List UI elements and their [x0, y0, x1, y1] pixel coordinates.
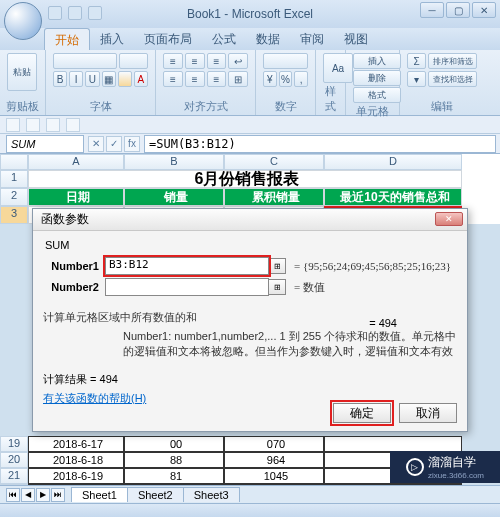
- sheet-tab-1[interactable]: Sheet1: [71, 487, 128, 502]
- cell[interactable]: 2018-6-17: [28, 436, 124, 452]
- wrap-text[interactable]: ↩: [228, 53, 248, 69]
- arg2-ref-icon[interactable]: ⊞: [268, 279, 286, 295]
- align-left[interactable]: ≡: [163, 71, 183, 87]
- tb-icon[interactable]: [46, 118, 60, 132]
- font-color-button[interactable]: A: [134, 71, 148, 87]
- group-editing: 编辑: [406, 99, 478, 115]
- sheet-nav-next-icon[interactable]: ▶: [36, 488, 50, 502]
- close-button[interactable]: ✕: [472, 2, 496, 18]
- tab-insert[interactable]: 插入: [90, 28, 134, 50]
- row-header[interactable]: 19: [0, 436, 28, 452]
- align-right[interactable]: ≡: [207, 71, 227, 87]
- tab-home[interactable]: 开始: [44, 28, 90, 50]
- row-header[interactable]: 21: [0, 468, 28, 484]
- font-size-dd[interactable]: [119, 53, 148, 69]
- ok-button[interactable]: 确定: [333, 403, 391, 423]
- border-button[interactable]: ▦: [102, 71, 116, 87]
- cell-delete[interactable]: 删除: [353, 70, 401, 86]
- arg2-label: Number2: [43, 281, 105, 293]
- header-date[interactable]: 日期: [28, 188, 124, 206]
- underline-button[interactable]: U: [85, 71, 99, 87]
- number-format[interactable]: [263, 53, 308, 69]
- align-center[interactable]: ≡: [185, 71, 205, 87]
- header-sales[interactable]: 销量: [124, 188, 224, 206]
- minimize-button[interactable]: ─: [420, 2, 444, 18]
- cell[interactable]: 81: [124, 468, 224, 484]
- select-all-corner[interactable]: [0, 154, 28, 170]
- header-sum10[interactable]: 最近10天的销售总和: [324, 188, 462, 206]
- percent-button[interactable]: %: [279, 71, 293, 87]
- sheet-nav-first-icon[interactable]: ⏮: [6, 488, 20, 502]
- cell[interactable]: 070: [224, 436, 324, 452]
- function-args-dialog: 函数参数 ✕ SUM Number1 B3:B12 ⊞ = {95;56;24;…: [32, 208, 468, 432]
- office-button[interactable]: [4, 2, 42, 40]
- fx-icon[interactable]: fx: [124, 136, 140, 152]
- font-family-dd[interactable]: [53, 53, 117, 69]
- name-box[interactable]: SUM: [6, 135, 84, 153]
- arg1-ref-icon[interactable]: ⊞: [268, 258, 286, 274]
- help-link[interactable]: 有关该函数的帮助(H): [43, 391, 146, 406]
- qat-save-icon[interactable]: [48, 6, 62, 20]
- cell[interactable]: 00: [124, 436, 224, 452]
- tab-view[interactable]: 视图: [334, 28, 378, 50]
- comma-button[interactable]: ,: [294, 71, 308, 87]
- sheet-tab-2[interactable]: Sheet2: [127, 487, 184, 502]
- group-styles: 样式: [322, 84, 339, 115]
- title-cell[interactable]: 6月份销售报表: [28, 170, 462, 188]
- dialog-titlebar[interactable]: 函数参数 ✕: [33, 209, 467, 231]
- watermark-brand: 溜溜自学: [428, 455, 476, 469]
- merge-button[interactable]: ⊞: [228, 71, 248, 87]
- sort-button[interactable]: 排序和筛选: [428, 53, 477, 69]
- align-bot[interactable]: ≡: [207, 53, 227, 69]
- enter-fx-icon[interactable]: ✓: [106, 136, 122, 152]
- tab-data[interactable]: 数据: [246, 28, 290, 50]
- autosum-button[interactable]: Σ: [407, 53, 426, 69]
- cell[interactable]: 1045: [224, 468, 324, 484]
- tab-review[interactable]: 审阅: [290, 28, 334, 50]
- cell-format[interactable]: 格式: [353, 87, 401, 103]
- cancel-fx-icon[interactable]: ✕: [88, 136, 104, 152]
- group-font: 字体: [52, 99, 149, 115]
- maximize-button[interactable]: ▢: [446, 2, 470, 18]
- formula-input[interactable]: =SUM(B3:B12): [144, 135, 496, 153]
- align-mid[interactable]: ≡: [185, 53, 205, 69]
- tab-formulas[interactable]: 公式: [202, 28, 246, 50]
- bold-button[interactable]: B: [53, 71, 67, 87]
- col-header-A[interactable]: A: [28, 154, 124, 170]
- tb-icon[interactable]: [26, 118, 40, 132]
- cell[interactable]: 2018-6-19: [28, 468, 124, 484]
- tb-icon[interactable]: [6, 118, 20, 132]
- row-header[interactable]: 1: [0, 170, 28, 188]
- qat-undo-icon[interactable]: [68, 6, 82, 20]
- fill-button[interactable]: ▾: [407, 71, 426, 87]
- cell-insert[interactable]: 插入: [353, 53, 401, 69]
- app-title: Book1 - Microsoft Excel: [187, 7, 313, 21]
- group-clipboard: 剪贴板: [6, 99, 39, 115]
- dialog-close-icon[interactable]: ✕: [435, 212, 463, 226]
- col-header-D[interactable]: D: [324, 154, 462, 170]
- cell[interactable]: [324, 436, 462, 452]
- sheet-nav-last-icon[interactable]: ⏭: [51, 488, 65, 502]
- currency-button[interactable]: ¥: [263, 71, 277, 87]
- cancel-button[interactable]: 取消: [399, 403, 457, 423]
- cell[interactable]: 964: [224, 452, 324, 468]
- find-button[interactable]: 查找和选择: [428, 71, 477, 87]
- qat-redo-icon[interactable]: [88, 6, 102, 20]
- row-header-selected[interactable]: 3: [0, 206, 28, 224]
- ribbon: 粘贴 剪贴板 BIU▦A 字体 ≡≡≡↩ ≡≡≡⊞ 对齐方式 ¥%, 数字 Aa…: [0, 50, 500, 116]
- tb-icon[interactable]: [66, 118, 80, 132]
- arg2-input[interactable]: [105, 278, 269, 296]
- row-header[interactable]: 20: [0, 452, 28, 468]
- header-cumsales[interactable]: 累积销量: [224, 188, 324, 206]
- cell[interactable]: 88: [124, 452, 224, 468]
- tab-layout[interactable]: 页面布局: [134, 28, 202, 50]
- cell[interactable]: 2018-6-18: [28, 452, 124, 468]
- row-header[interactable]: 2: [0, 188, 28, 206]
- sheet-tab-3[interactable]: Sheet3: [183, 487, 240, 502]
- paste-button[interactable]: 粘贴: [7, 53, 37, 91]
- sheet-nav-prev-icon[interactable]: ◀: [21, 488, 35, 502]
- italic-button[interactable]: I: [69, 71, 83, 87]
- fill-color-button[interactable]: [118, 71, 132, 87]
- arg1-input[interactable]: B3:B12: [105, 257, 269, 275]
- align-top[interactable]: ≡: [163, 53, 183, 69]
